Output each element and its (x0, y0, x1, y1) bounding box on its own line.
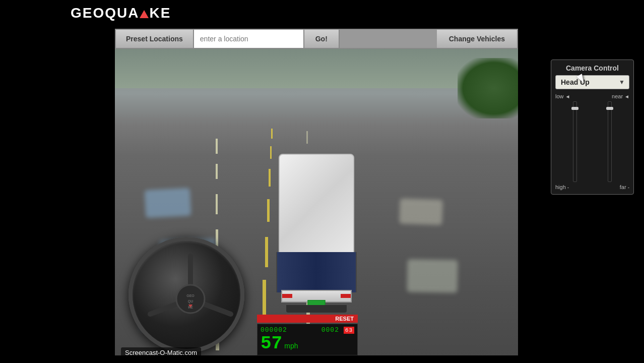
lane-mark (216, 164, 218, 179)
dash-icon: - (567, 185, 569, 190)
lane-mark (216, 194, 218, 214)
trip-meter: 0002 63 (321, 326, 354, 334)
camera-mode-dropdown[interactable]: Head Up ▼ (555, 75, 629, 89)
toolbar: Preset Locations Go! Change Vehicles (115, 29, 518, 49)
slider-thumb-height[interactable] (571, 107, 578, 110)
near-label: near ◄ (612, 93, 629, 99)
gear-display: 63 (344, 327, 354, 334)
speedo-top-row: 000002 0002 63 (261, 326, 354, 334)
high-label: high - (555, 184, 569, 190)
player-vehicle-bus (271, 154, 362, 305)
lane-mark (306, 131, 308, 144)
speed-value: 57 (261, 335, 282, 353)
traffic-car (407, 259, 458, 293)
sliders-container (555, 101, 629, 182)
left-arrow-icon: ◄ (565, 94, 570, 99)
watermark: Screencast-O-Matic.com (121, 347, 201, 358)
traffic-car (145, 188, 191, 218)
camera-control-panel: Camera Control Head Up ▼ low ◄ near ◄ hi… (551, 59, 634, 195)
camera-mode-label: Head Up (556, 76, 615, 89)
slider-bottom-labels: high - far - (555, 184, 629, 190)
bus-taillight-right (341, 294, 351, 298)
bus-taillight-left (282, 294, 292, 298)
odometer: 000002 (261, 326, 287, 334)
app-logo: GEOQUAKE (71, 5, 171, 21)
speed-unit: mph (284, 342, 298, 350)
yellow-center-line (267, 199, 270, 222)
steering-wheel: GEO QU KE (128, 237, 244, 353)
speed-row: 57 mph (261, 335, 354, 353)
svg-text:QU: QU (188, 299, 194, 304)
bus-upper-body (279, 154, 354, 255)
yellow-center-line (271, 129, 273, 139)
slider-top-labels: low ◄ near ◄ (555, 93, 629, 99)
vertical-slider-height[interactable] (573, 101, 577, 182)
yellow-center-line (263, 280, 266, 320)
trees (458, 58, 518, 118)
speedo-display: 000002 0002 63 57 mph (257, 324, 358, 355)
bus-undercarriage (286, 305, 347, 313)
change-vehicles-button[interactable]: Change Vehicles (437, 30, 517, 48)
logo-text: GEOQUAKE (71, 5, 171, 21)
dash-icon-2: - (628, 185, 629, 190)
speedometer: RESET 000002 0002 63 57 mph (257, 315, 358, 355)
low-label: low ◄ (555, 93, 570, 99)
right-arrow-icon: ◄ (624, 94, 629, 99)
lane-mark (216, 139, 218, 154)
location-input[interactable] (194, 30, 304, 48)
traffic-car (399, 199, 443, 225)
far-label: far - (620, 184, 629, 190)
chevron-down-icon: ▼ (615, 76, 629, 88)
preset-locations-button[interactable]: Preset Locations (116, 30, 194, 48)
yellow-center-line (269, 169, 271, 187)
reset-button[interactable]: RESET (257, 315, 358, 323)
svg-text:GEO: GEO (186, 294, 195, 297)
bus-lower-body (276, 252, 357, 292)
go-button[interactable]: Go! (304, 30, 340, 48)
vertical-slider-distance[interactable] (608, 101, 612, 182)
slider-thumb-distance[interactable] (606, 107, 613, 110)
wheel-rim: GEO QU KE (128, 237, 244, 353)
svg-text:KE: KE (188, 306, 193, 309)
camera-panel-title: Camera Control (555, 64, 629, 72)
yellow-center-line (265, 237, 268, 267)
